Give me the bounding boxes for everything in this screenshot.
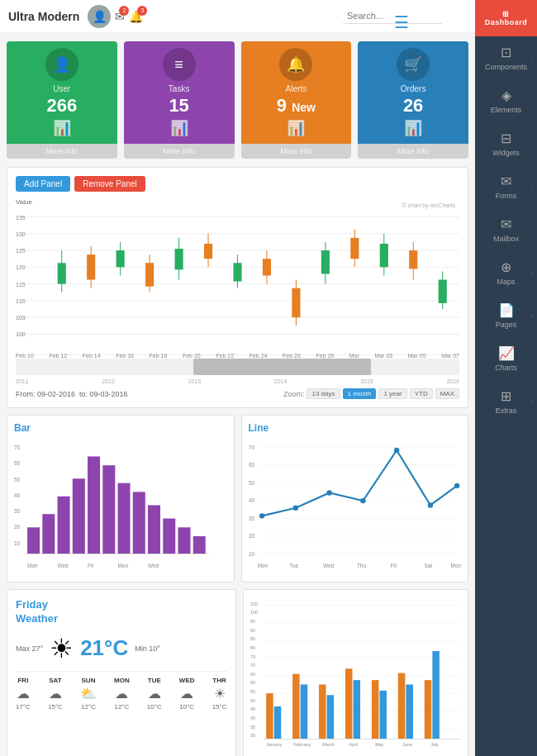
svg-text:20: 20 <box>249 533 255 539</box>
forecast-fri: FRI ☁ 17°C <box>16 677 31 711</box>
user-card-label: User <box>53 84 70 93</box>
alerts-new-label: New <box>292 101 316 114</box>
zoom-1month-button[interactable]: 1 month <box>343 388 377 399</box>
search-input[interactable] <box>343 8 442 24</box>
header: Ultra Modern 👤 ✉ 2 🔔 3 ☰ <box>0 0 475 33</box>
notifications-icon-badge[interactable]: 🔔 3 <box>129 10 143 23</box>
svg-rect-129 <box>371 680 378 739</box>
svg-text:Mon: Mon <box>450 563 461 568</box>
svg-rect-126 <box>326 695 334 739</box>
alerts-card-icon: 🔔 <box>279 48 312 81</box>
zoom-13days-button[interactable]: 13 days <box>307 388 340 399</box>
svg-rect-122 <box>273 706 281 739</box>
sidebar-item-maps[interactable]: ⊕ Maps › <box>475 251 537 294</box>
bottom-row: Friday Weather Max 27° ☀ 21°C Min 10° FR… <box>0 589 475 756</box>
alerts-card-footer[interactable]: More Info <box>241 144 352 159</box>
weather-day: Friday <box>16 598 48 611</box>
svg-text:Tue: Tue <box>289 563 298 568</box>
stat-card-tasks: ≡ Tasks 15 📊 More Info <box>124 41 235 159</box>
svg-text:30: 30 <box>249 516 255 521</box>
weather-label: Weather <box>16 612 58 625</box>
sidebar-item-forms[interactable]: ✉ Forms › <box>475 165 537 208</box>
sidebar-item-widgets[interactable]: ⊟ Widgets › <box>475 122 537 165</box>
zoom-max-button[interactable]: MAX <box>435 388 459 399</box>
svg-text:10: 10 <box>14 540 21 546</box>
remove-panel-button[interactable]: Remove Panel <box>74 176 145 192</box>
pages-icon: 📄 <box>479 302 533 318</box>
sat-weather-icon: ☁ <box>48 686 63 701</box>
svg-text:40: 40 <box>14 492 21 498</box>
svg-text:July: July <box>430 742 439 747</box>
add-panel-button[interactable]: Add Panel <box>16 176 70 192</box>
sidebar-item-pages[interactable]: 📄 Pages › <box>475 294 537 337</box>
svg-point-89 <box>454 483 459 488</box>
messages-badge: 2 <box>119 6 129 16</box>
svg-text:105: 105 <box>250 601 258 606</box>
svg-rect-60 <box>163 519 175 554</box>
svg-text:10: 10 <box>249 551 255 557</box>
svg-text:85: 85 <box>250 636 255 641</box>
notifications-badge: 3 <box>137 6 147 16</box>
svg-rect-61 <box>178 527 190 554</box>
svg-text:April: April <box>349 742 358 747</box>
sidebar-item-components[interactable]: ⊡ Components › <box>475 36 537 79</box>
svg-rect-56 <box>102 465 115 554</box>
sidebar-item-elements[interactable]: ◈ Elements <box>475 79 537 122</box>
svg-text:110: 110 <box>16 298 26 305</box>
sidebar-dashboard-item[interactable]: ⊞ Dashboard <box>475 0 537 36</box>
hamburger-icon[interactable]: ☰ <box>394 12 409 32</box>
stat-card-user: 👤 User 266 📊 More Info <box>7 41 117 159</box>
svg-text:35: 35 <box>250 725 255 730</box>
alerts-card-bar-icon: 📊 <box>283 116 309 140</box>
svg-text:January: January <box>266 742 282 747</box>
chevron-right-icon2: › <box>530 140 533 148</box>
range-selector-handle <box>193 359 371 375</box>
sidebar-item-charts[interactable]: 📈 Charts <box>475 337 537 380</box>
sun-weather-icon: ⛅ <box>80 686 97 701</box>
svg-text:95: 95 <box>250 619 255 624</box>
pages-label: Pages <box>496 321 517 329</box>
range-selector[interactable] <box>16 359 459 375</box>
weather-main-display: Max 27° ☀ 21°C Min 10° <box>16 633 227 664</box>
svg-rect-58 <box>133 492 145 554</box>
svg-text:55: 55 <box>250 689 255 694</box>
bar-chart-svg: 70 60 50 40 30 20 10 <box>14 439 227 572</box>
tasks-card-footer[interactable]: More Info <box>124 144 235 159</box>
svg-rect-41 <box>409 250 417 269</box>
dashboard-label: Dashboard <box>479 18 533 26</box>
tasks-card-bar-icon: 📊 <box>166 116 192 140</box>
grouped-bar-chart-panel: 105 100 95 90 85 80 75 70 65 60 55 50 45… <box>243 589 469 756</box>
sidebar-item-extras[interactable]: ⊞ Extras › <box>475 380 537 423</box>
sidebar-item-mailbox[interactable]: ✉ Mailbox <box>475 208 537 251</box>
svg-text:Fri: Fri <box>390 563 397 568</box>
svg-text:75: 75 <box>250 654 255 659</box>
stat-card-orders: 🛒 Orders 26 📊 More Info <box>358 41 468 159</box>
forecast-tue: TUE ☁ 10°C <box>147 677 162 711</box>
svg-rect-132 <box>406 684 413 739</box>
forecast-sun: SUN ⛅ 12°C <box>80 677 97 711</box>
zoom-1year-button[interactable]: 1 year <box>378 388 406 399</box>
svg-text:125: 125 <box>16 248 26 254</box>
orders-card-value: 26 <box>403 95 423 116</box>
weather-panel: Friday Weather Max 27° ☀ 21°C Min 10° FR… <box>7 589 236 756</box>
zoom-ytd-button[interactable]: YTD <box>410 388 433 399</box>
widgets-label: Widgets <box>492 149 520 157</box>
svg-rect-130 <box>379 691 387 739</box>
forms-label: Forms <box>496 192 517 200</box>
brand-title: Ultra Modern <box>8 10 79 23</box>
mailbox-label: Mailbox <box>493 235 519 243</box>
widgets-icon: ⊟ <box>479 131 533 146</box>
svg-text:Wed: Wed <box>58 563 69 568</box>
user-card-footer[interactable]: More Info <box>7 144 117 159</box>
messages-icon-badge[interactable]: ✉ 2 <box>115 10 125 23</box>
svg-rect-25 <box>175 249 183 269</box>
svg-rect-27 <box>204 244 212 259</box>
svg-rect-51 <box>27 527 40 554</box>
svg-rect-29 <box>233 263 241 281</box>
svg-rect-62 <box>193 536 206 554</box>
tasks-card-value: 15 <box>169 95 188 116</box>
svg-text:70: 70 <box>14 445 21 450</box>
orders-card-footer[interactable]: More Info <box>358 144 468 159</box>
svg-text:115: 115 <box>16 282 26 288</box>
svg-rect-37 <box>350 238 359 259</box>
